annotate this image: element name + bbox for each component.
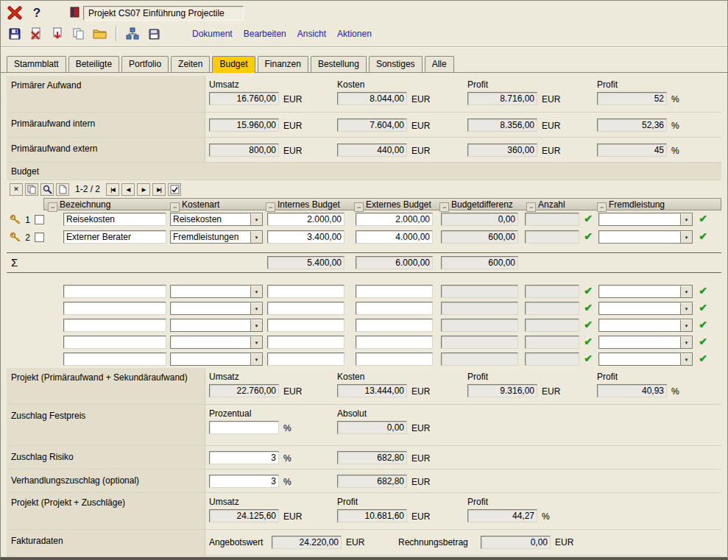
- internes-budget-input[interactable]: [267, 319, 344, 332]
- internes-budget-input[interactable]: [267, 213, 344, 226]
- absolut-field: [337, 451, 407, 464]
- prozentual-input[interactable]: [209, 421, 279, 434]
- close-icon[interactable]: [5, 4, 24, 22]
- externes-budget-input[interactable]: [356, 352, 433, 366]
- tab-stammblatt[interactable]: Stammblatt: [7, 56, 66, 72]
- menu-bearbeiten[interactable]: Bearbeiten: [244, 29, 286, 39]
- tab-portfolio[interactable]: Portfolio: [121, 56, 169, 72]
- externes-budget-input[interactable]: [356, 230, 433, 244]
- tab-zeiten[interactable]: Zeiten: [171, 56, 210, 72]
- tab-alle[interactable]: Alle: [425, 56, 454, 72]
- fremdleistung-dropdown[interactable]: ▼: [598, 336, 693, 349]
- confirm-check-icon[interactable]: ✔: [697, 302, 709, 313]
- kostenart-dropdown[interactable]: ▼: [170, 336, 263, 349]
- confirm-check-icon[interactable]: ✔: [697, 336, 709, 347]
- externes-budget-input[interactable]: [356, 302, 433, 315]
- fremdleistung-dropdown[interactable]: ▼: [598, 352, 693, 366]
- bezeichnung-input[interactable]: [63, 213, 166, 226]
- save-view-icon[interactable]: [144, 25, 163, 43]
- internes-budget-input[interactable]: [267, 285, 344, 298]
- confirm-check-icon[interactable]: ✔: [697, 319, 709, 330]
- menu-ansicht[interactable]: Ansicht: [297, 29, 326, 39]
- externes-budget-input[interactable]: [356, 285, 433, 298]
- col-externes-budget[interactable]: Externes Budget: [366, 199, 431, 210]
- prozentual-input[interactable]: [209, 451, 279, 464]
- kostenart-dropdown[interactable]: ▼: [170, 319, 263, 332]
- confirm-check-icon[interactable]: ✔: [697, 213, 709, 224]
- row-primaerer-aufwand: Primärer Aufwand Umsatz Kosten Profit Pr…: [7, 76, 721, 113]
- confirm-all-icon[interactable]: [168, 183, 181, 196]
- fremdleistung-dropdown[interactable]: ▼: [598, 319, 693, 332]
- prozentual-input[interactable]: [209, 475, 279, 488]
- record-key-icon[interactable]: [10, 232, 21, 245]
- col-fremdleistung[interactable]: Fremdleistung: [609, 199, 665, 210]
- externes-budget-input[interactable]: [356, 213, 433, 226]
- internes-budget-input[interactable]: [267, 302, 344, 315]
- col-anzahl[interactable]: Anzahl: [538, 199, 565, 210]
- confirm-check-icon[interactable]: ✔: [697, 285, 709, 297]
- externes-budget-input[interactable]: [356, 336, 433, 349]
- open-folder-icon[interactable]: [91, 25, 110, 43]
- kostenart-dropdown[interactable]: ▼: [170, 352, 263, 366]
- tab-bestellung[interactable]: Bestellung: [311, 56, 367, 72]
- profit-field: [337, 509, 407, 522]
- confirm-check-icon[interactable]: ✔: [582, 319, 594, 330]
- col-kostenart[interactable]: Kostenart: [182, 199, 219, 210]
- bezeichnung-input[interactable]: [63, 352, 166, 366]
- bezeichnung-input[interactable]: [63, 302, 166, 315]
- confirm-check-icon[interactable]: ✔: [582, 336, 594, 347]
- fremdleistung-dropdown[interactable]: ▼: [598, 213, 693, 226]
- col-budgetdifferenz[interactable]: Budgetdifferenz: [451, 199, 513, 210]
- menu-aktionen[interactable]: Aktionen: [337, 29, 372, 39]
- col-bezeichnung[interactable]: Bezeichnung: [60, 199, 110, 210]
- copy-icon[interactable]: [69, 25, 88, 43]
- bezeichnung-input[interactable]: [63, 230, 166, 244]
- bezeichnung-input[interactable]: [63, 336, 166, 349]
- confirm-check-icon[interactable]: ✔: [582, 352, 594, 364]
- last-page-icon[interactable]: ▶|: [152, 183, 166, 196]
- confirm-check-icon[interactable]: ✔: [582, 285, 594, 297]
- tab-budget[interactable]: Budget: [212, 56, 255, 73]
- confirm-check-icon[interactable]: ✔: [582, 213, 594, 224]
- fremdleistung-dropdown[interactable]: ▼: [598, 230, 693, 244]
- internes-budget-input[interactable]: [267, 230, 344, 244]
- col-internes-budget[interactable]: Internes Budget: [278, 199, 340, 210]
- save-icon[interactable]: [5, 25, 24, 43]
- new-document-icon[interactable]: [56, 183, 69, 196]
- first-page-icon[interactable]: |◀: [106, 183, 119, 196]
- internes-budget-input[interactable]: [267, 352, 344, 366]
- export-icon[interactable]: [48, 25, 67, 43]
- tab-finanzen[interactable]: Finanzen: [258, 56, 308, 72]
- confirm-check-icon[interactable]: ✔: [697, 352, 709, 364]
- delete-entry-icon[interactable]: ✕: [10, 183, 23, 196]
- bezeichnung-input[interactable]: [63, 319, 166, 332]
- internes-budget-input[interactable]: [267, 336, 344, 349]
- kostenart-dropdown[interactable]: Fremdleistungen▼: [170, 230, 263, 244]
- kostenart-dropdown[interactable]: Reisekosten▼: [170, 213, 263, 226]
- row-label: Projekt (Projekt + Zuschläge): [11, 497, 125, 508]
- help-icon[interactable]: ?: [27, 4, 46, 22]
- tab-beteiligte[interactable]: Beteiligte: [68, 56, 119, 72]
- confirm-check-icon[interactable]: ✔: [582, 302, 594, 313]
- search-icon[interactable]: [40, 183, 54, 196]
- next-page-icon[interactable]: ▶: [137, 183, 150, 196]
- menu-dokument[interactable]: Dokument: [192, 29, 233, 39]
- record-key-icon[interactable]: [10, 214, 21, 227]
- dropdown-arrow-icon: ▼: [680, 286, 692, 297]
- currency-label: EUR: [411, 511, 430, 522]
- row-select-checkbox[interactable]: [35, 233, 44, 242]
- confirm-check-icon[interactable]: ✔: [582, 230, 594, 242]
- copy-entry-icon[interactable]: [25, 183, 38, 196]
- delete-document-icon[interactable]: [26, 25, 46, 43]
- confirm-check-icon[interactable]: ✔: [697, 230, 709, 242]
- prev-page-icon[interactable]: ◀: [121, 183, 135, 196]
- kostenart-dropdown[interactable]: ▼: [170, 285, 263, 298]
- kostenart-dropdown[interactable]: ▼: [170, 302, 263, 315]
- fremdleistung-dropdown[interactable]: ▼: [598, 285, 693, 298]
- bezeichnung-input[interactable]: [63, 285, 166, 298]
- hierarchy-icon[interactable]: [123, 25, 142, 43]
- externes-budget-input[interactable]: [356, 319, 433, 332]
- tab-sonstiges[interactable]: Sonstiges: [369, 56, 423, 72]
- fremdleistung-dropdown[interactable]: ▼: [598, 302, 693, 315]
- row-select-checkbox[interactable]: [35, 215, 44, 224]
